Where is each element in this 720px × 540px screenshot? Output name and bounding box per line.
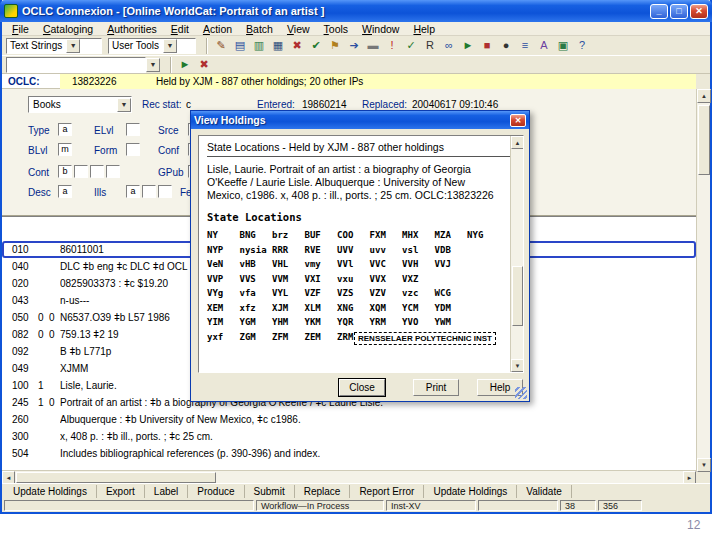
validate-icon[interactable]: ✓ [402, 38, 420, 54]
user-tools-combo[interactable]: User Tools ▼ [108, 38, 196, 54]
fixed-field-box[interactable]: a [58, 185, 72, 198]
menu-item[interactable]: Tools [318, 23, 355, 35]
holdings-code-line: VeN vHB VHL vmy VVl VVC VVH VVJ [207, 257, 515, 272]
chevron-down-icon[interactable]: ▼ [117, 98, 131, 112]
text-strings-combo[interactable]: Text Strings ▼ [6, 38, 102, 54]
fixed-field-box[interactable] [126, 143, 140, 156]
scroll-up-icon[interactable]: ▲ [697, 89, 711, 103]
marc-content: Albuquerque : ǂb University of New Mexic… [60, 414, 694, 425]
marc-row[interactable]: 260 Albuquerque : ǂb University of New M… [2, 411, 696, 428]
apply-text-icon[interactable]: ✎ [212, 38, 230, 54]
scrollbar-thumb[interactable] [16, 472, 216, 483]
fixed-field-box[interactable]: a [126, 185, 140, 198]
new-record-icon[interactable]: ▤ [231, 38, 249, 54]
menu-item[interactable]: Cataloging [37, 23, 99, 35]
produce-icon[interactable]: ⚑ [326, 38, 344, 54]
title-bar[interactable]: OCLC Connexion - [Online WorldCat: Portr… [0, 0, 712, 22]
marc-ind1: 0 [38, 312, 49, 323]
action-bar-button[interactable]: Submit [245, 485, 295, 498]
marc-row[interactable]: 504 Includes bibliographical references … [2, 445, 696, 462]
chevron-down-icon[interactable]: ▼ [163, 39, 177, 53]
record-header-bar: 13823226 Held by XJM - 887 other holding… [2, 74, 696, 89]
action-bar-button[interactable]: Produce [188, 485, 244, 498]
close-button[interactable]: Close [339, 379, 385, 396]
scrollbar-thumb[interactable] [698, 105, 710, 175]
scrollbar-thumb[interactable] [512, 266, 523, 326]
search-dropdown-icon[interactable]: ▼ [146, 58, 160, 72]
status-segment: Inst-XV [386, 500, 476, 511]
menu-item[interactable]: File [6, 23, 35, 35]
action-bar-button[interactable]: Update Holdings [4, 485, 97, 498]
action-bar-button[interactable]: Replace [295, 485, 351, 498]
report-error-icon[interactable]: ! [383, 38, 401, 54]
horizontal-scrollbar[interactable]: ◄ ► [2, 470, 696, 483]
help-icon[interactable]: ? [573, 38, 591, 54]
dialog-title-bar[interactable]: View Holdings ✕ [191, 111, 529, 129]
menu-item[interactable]: Authorities [101, 23, 163, 35]
export-icon[interactable]: ➔ [345, 38, 363, 54]
action-bar-button[interactable]: Validate [517, 485, 571, 498]
fixed-field-box[interactable]: m [58, 143, 72, 156]
search-worldcat-icon[interactable]: ● [497, 38, 515, 54]
marc-row[interactable]: 300 x, 408 p. : ǂb ill., ports. ; ǂc 25 … [2, 428, 696, 445]
save-record-icon[interactable]: ▦ [269, 38, 287, 54]
toolbar-icon-glyph: ✖ [199, 59, 208, 70]
minimize-button[interactable]: _ [650, 4, 668, 19]
fixed-field-box[interactable] [158, 185, 172, 198]
action-bar-button[interactable]: Label [145, 485, 188, 498]
link-icon[interactable]: ∞ [440, 38, 458, 54]
rec-stat-label: Rec stat: [142, 99, 181, 110]
fixed-field-box[interactable] [126, 123, 140, 136]
chevron-down-icon[interactable]: ▼ [66, 39, 80, 53]
scroll-down-icon[interactable]: ▼ [511, 359, 524, 372]
scroll-up-icon[interactable]: ▲ [511, 136, 524, 149]
action-bar-button[interactable]: Report Error [350, 485, 424, 498]
marc-tag: 050 [12, 312, 38, 323]
label-icon[interactable]: ▬ [364, 38, 382, 54]
dialog-scrollbar[interactable]: ▲ ▼ [510, 136, 523, 372]
action-bar-button[interactable]: Update Holdings [424, 485, 517, 498]
divider [207, 156, 515, 157]
menu-item[interactable]: Edit [165, 23, 195, 35]
fixed-field-box[interactable] [74, 165, 88, 178]
status-segment: 38 [560, 500, 596, 511]
action-bar-button[interactable]: Export [97, 485, 145, 498]
menu-item[interactable]: Help [407, 23, 441, 35]
scroll-down-icon[interactable]: ▼ [697, 458, 711, 472]
delete-record-icon[interactable]: ✖ [288, 38, 306, 54]
marc-ind2: 0 [49, 397, 60, 408]
ff-label: Form [94, 145, 117, 156]
fixed-field-box[interactable]: b [58, 165, 72, 178]
stop-icon[interactable]: ■ [478, 38, 496, 54]
view-holdings-icon[interactable]: ▣ [554, 38, 572, 54]
format-value: Books [33, 99, 61, 110]
marc-ind1: 1 [38, 380, 49, 391]
fixed-field-box[interactable] [106, 165, 120, 178]
resize-grip[interactable] [515, 387, 527, 399]
cancel-search-icon[interactable]: ✖ [195, 57, 213, 73]
authorities-icon[interactable]: A [535, 38, 553, 54]
menu-item[interactable]: Batch [240, 23, 279, 35]
format-select[interactable]: Books ▼ [28, 96, 132, 113]
derive-record-icon[interactable]: ▥ [250, 38, 268, 54]
fixed-field-box[interactable]: a [58, 123, 72, 136]
menu-item[interactable]: Action [197, 23, 238, 35]
fixed-field-box[interactable] [90, 165, 104, 178]
update-holdings-icon[interactable]: ✔ [307, 38, 325, 54]
reformat-icon[interactable]: R [421, 38, 439, 54]
search-input[interactable] [6, 57, 146, 73]
search-go-icon[interactable]: ► [176, 57, 194, 73]
fixed-field-box[interactable] [142, 185, 156, 198]
dialog-close-icon[interactable]: ✕ [510, 114, 526, 127]
menu-item[interactable]: Window [356, 23, 405, 35]
browse-icon[interactable]: ≡ [516, 38, 534, 54]
menu-item[interactable]: View [281, 23, 316, 35]
close-button[interactable]: ✕ [690, 4, 708, 19]
marc-tag: 260 [12, 414, 38, 425]
print-button[interactable]: Print [413, 379, 459, 396]
vertical-scrollbar[interactable]: ▲ ▼ [696, 89, 710, 472]
maximize-button[interactable]: □ [670, 4, 688, 19]
app-icon [4, 4, 18, 18]
marc-ind1: 0 [38, 329, 49, 340]
macro-play-icon[interactable]: ► [459, 38, 477, 54]
